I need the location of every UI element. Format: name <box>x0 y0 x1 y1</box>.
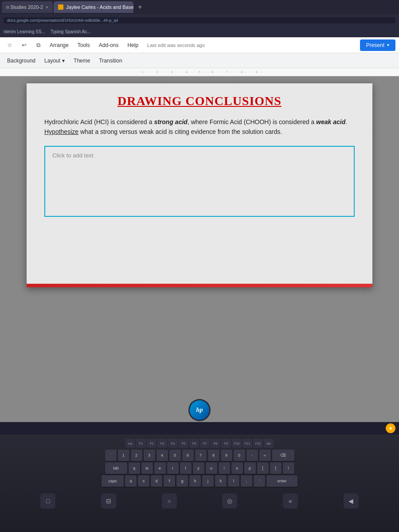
fn-key-f12[interactable]: F12 <box>253 439 263 448</box>
key-caps[interactable]: caps <box>102 475 124 487</box>
menu-bar-left: ☆ ↩ ⧉ Arrange Tools Add-ons Help Last ed… <box>4 39 360 51</box>
key-i[interactable]: i <box>219 462 230 474</box>
key-rbracket[interactable]: ] <box>270 462 282 474</box>
fn-key-f6[interactable]: F6 <box>189 439 199 448</box>
share-icon-button[interactable]: ⧉ <box>32 39 44 51</box>
key-equals[interactable]: = <box>259 450 271 461</box>
slides-icon <box>58 4 63 10</box>
layout-button[interactable]: Layout ▾ <box>41 56 68 66</box>
key-h[interactable]: h <box>189 475 201 487</box>
key-enter[interactable]: enter <box>266 475 297 487</box>
add-slide-button[interactable]: + <box>386 423 395 433</box>
nav-key-circle2[interactable]: ◎ <box>222 493 237 509</box>
fn-key-del[interactable]: del <box>264 439 274 448</box>
hypothesize-text: Hypothesize <box>44 128 78 135</box>
bookmark-1[interactable]: nterim Learning SS... <box>4 29 45 34</box>
fn-key-f10[interactable]: F10 <box>232 439 242 448</box>
fn-key-f3[interactable]: F3 <box>157 439 167 448</box>
fn-key-f7[interactable]: F7 <box>200 439 210 448</box>
fn-key-f11[interactable]: F11 <box>243 439 252 448</box>
key-3[interactable]: 3 <box>144 450 155 461</box>
new-tab-button[interactable]: + <box>134 1 146 13</box>
key-semicolon[interactable]: ; <box>241 475 252 487</box>
key-e[interactable]: e <box>154 462 166 474</box>
key-tab[interactable]: tab <box>105 462 127 474</box>
nav-key-circle[interactable]: ○ <box>162 493 177 509</box>
slide-bottom-bar <box>27 284 372 287</box>
key-2[interactable]: 2 <box>131 450 142 461</box>
key-f[interactable]: f <box>164 475 175 487</box>
last-edit-text: Last edit was seconds ago <box>147 43 205 48</box>
url-bar[interactable]: docs.google.com/presentation/d/1FbX2nMv-… <box>4 17 395 23</box>
slide-container: DRAWING CONCLUSIONS Hydrochloric Acid (H… <box>27 83 372 287</box>
fn-key-esc[interactable]: esc <box>125 439 135 448</box>
fn-key-f8[interactable]: F8 <box>211 439 220 448</box>
fn-key-f5[interactable]: F5 <box>179 439 188 448</box>
menu-tools[interactable]: Tools <box>74 40 94 50</box>
tab-bar: n Studies 2020-2 × Jaylee Carles - Acids… <box>0 0 399 14</box>
tab-acids-label: Jaylee Carles - Acids and Base <box>66 4 133 10</box>
key-o[interactable]: o <box>231 462 243 474</box>
key-q[interactable]: q <box>129 462 140 474</box>
key-backtick[interactable]: ` <box>105 450 117 461</box>
key-y[interactable]: y <box>193 462 204 474</box>
key-4[interactable]: 4 <box>156 450 168 461</box>
key-0[interactable]: 0 <box>234 450 245 461</box>
key-7[interactable]: 7 <box>195 450 207 461</box>
key-r[interactable]: r <box>167 462 179 474</box>
key-a[interactable]: a <box>125 475 137 487</box>
fn-key-f1[interactable]: F1 <box>136 439 146 448</box>
key-u[interactable]: u <box>206 462 217 474</box>
text-box-placeholder[interactable]: Click to add text <box>44 146 355 217</box>
present-label: Present <box>366 42 384 48</box>
key-g[interactable]: g <box>176 475 188 487</box>
transition-button[interactable]: Transition <box>95 56 125 66</box>
tab-studies-close[interactable]: × <box>46 5 48 10</box>
key-k[interactable]: k <box>215 475 227 487</box>
key-d[interactable]: d <box>151 475 162 487</box>
key-1[interactable]: 1 <box>118 450 129 461</box>
weak-acid-text: weak acid <box>316 118 345 125</box>
theme-label: Theme <box>74 58 90 64</box>
transition-label: Transition <box>99 58 122 64</box>
undo-icon-button[interactable]: ↩ <box>18 39 30 51</box>
bookmark-2[interactable]: Typing Spanish Ac... <box>51 29 91 34</box>
key-lbracket[interactable]: [ <box>257 462 269 474</box>
background-button[interactable]: Background <box>4 56 39 66</box>
slide[interactable]: DRAWING CONCLUSIONS Hydrochloric Acid (H… <box>27 83 372 287</box>
key-8[interactable]: 8 <box>208 450 219 461</box>
key-9[interactable]: 9 <box>221 450 232 461</box>
fn-key-f9[interactable]: F9 <box>221 439 231 448</box>
tab-acids[interactable]: Jaylee Carles - Acids and Base × <box>54 1 133 13</box>
key-j[interactable]: j <box>202 475 214 487</box>
strong-acid-text: strong acid <box>154 118 187 125</box>
present-button[interactable]: Present ▾ <box>360 39 395 51</box>
key-5[interactable]: 5 <box>169 450 181 461</box>
url-bar-area: docs.google.com/presentation/d/1FbX2nMv-… <box>0 14 399 27</box>
menu-bar: ☆ ↩ ⧉ Arrange Tools Add-ons Help Last ed… <box>0 37 399 53</box>
key-s[interactable]: s <box>138 475 149 487</box>
tab-studies[interactable]: n Studies 2020-2 × <box>2 1 53 13</box>
key-backspace[interactable]: ⌫ <box>272 450 294 461</box>
nav-key-square[interactable]: □ <box>40 493 55 509</box>
key-minus[interactable]: - <box>246 450 258 461</box>
menu-arrange[interactable]: Arrange <box>46 40 72 50</box>
layout-chevron-icon: ▾ <box>62 58 65 64</box>
menu-help[interactable]: Help <box>124 40 142 50</box>
toolbar: Background Layout ▾ Theme Transition <box>0 53 399 68</box>
key-quote[interactable]: ' <box>254 475 265 487</box>
key-p[interactable]: p <box>244 462 256 474</box>
theme-button[interactable]: Theme <box>70 56 94 66</box>
key-t[interactable]: t <box>180 462 192 474</box>
key-backslash[interactable]: \ <box>283 462 294 474</box>
key-6[interactable]: 6 <box>182 450 194 461</box>
key-l[interactable]: l <box>228 475 239 487</box>
key-w[interactable]: w <box>141 462 153 474</box>
nav-key-back[interactable]: ◀ <box>344 493 359 509</box>
fn-key-f4[interactable]: F4 <box>168 439 178 448</box>
nav-key-double-square[interactable]: ⊟ <box>101 493 116 509</box>
star-icon-button[interactable]: ☆ <box>4 39 16 51</box>
menu-addons[interactable]: Add-ons <box>95 40 122 50</box>
fn-key-f2[interactable]: F2 <box>147 439 156 448</box>
nav-key-double-left[interactable]: « <box>283 493 298 509</box>
